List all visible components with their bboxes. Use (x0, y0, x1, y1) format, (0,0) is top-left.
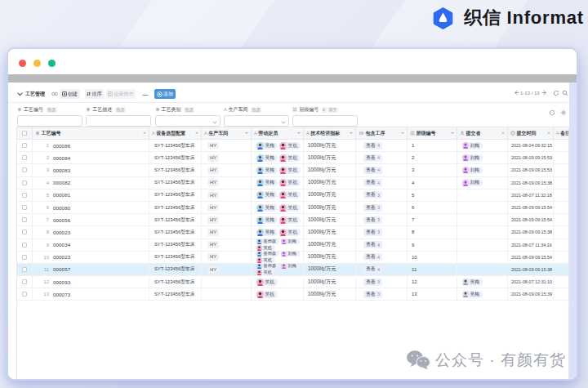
table-row[interactable]: 3000083SYT-123456型车床HY吴梅笑机1000吨/万元查看43刘梅… (17, 164, 568, 176)
add-record-button[interactable]: 添加 (154, 89, 176, 99)
row-checkbox[interactable] (22, 255, 27, 260)
row-number: 12 (35, 279, 49, 284)
user-avatar (256, 142, 264, 149)
cell-staff: 吴梅笑机 (252, 226, 304, 238)
table-row[interactable]: 2000084SYT-123456型车床HY吴梅笑机1000吨/万元查看42刘梅… (17, 152, 568, 164)
view-operations-button[interactable]: 查看4 (363, 167, 382, 174)
row-checkbox[interactable] (22, 267, 27, 272)
column-header-10[interactable]: A备注 (554, 127, 568, 139)
view-operations-button[interactable]: 查看4 (363, 179, 382, 186)
collapse-chevron-icon[interactable] (17, 92, 23, 96)
view-operations-button[interactable]: 查看4 (363, 253, 382, 261)
row-checkbox[interactable] (22, 243, 27, 248)
column-header-7[interactable]: 层级编号 (408, 127, 457, 139)
cell-level: 10 (408, 252, 457, 263)
share-link-icon[interactable] (51, 91, 58, 96)
zoom-window-button[interactable] (48, 60, 56, 67)
table-row[interactable]: 9000034SYT-123456型车床HY曾烨森刘梅笑机1000吨/万元查看4… (17, 239, 568, 252)
refresh-icon[interactable] (553, 90, 559, 96)
column-sort-caret-icon[interactable] (401, 132, 404, 134)
table-row[interactable]: 5000081SYT-123456型车床HY吴梅笑机1000吨/万元查看3520… (17, 190, 568, 202)
staff-user-pill: 吴梅 (256, 167, 278, 174)
table-row[interactable]: 11000057SYT-123456型车床HY曾烨森刘梅笑机1000吨/万元查看… (17, 264, 568, 276)
column-sort-caret-icon[interactable] (143, 132, 146, 134)
cell-operations: 查看4 (356, 239, 408, 251)
table-row[interactable]: 12000093SYT-123456型车床笑机1000吨/万元查看312吴梅20… (17, 276, 568, 288)
filter-settings-gear-icon[interactable] (560, 109, 567, 116)
view-operations-button[interactable]: 查看4 (363, 142, 382, 149)
column-header-6[interactable]: 包含工序 (356, 127, 408, 139)
filter-input[interactable] (292, 115, 358, 127)
view-operations-button[interactable]: 查看4 (363, 265, 382, 273)
column-header-3[interactable]: A生产车间 (202, 127, 252, 139)
view-operations-button[interactable]: 查看3 (363, 204, 382, 212)
create-button[interactable]: 创建 (60, 89, 80, 99)
filter-input[interactable] (17, 115, 82, 127)
row-number: 4 (35, 181, 49, 185)
column-sort-caret-icon[interactable] (350, 132, 353, 134)
staff-user-pill: 曾烨森 (256, 252, 279, 257)
column-sort-caret-icon[interactable] (297, 132, 301, 134)
row-number: 1 (35, 143, 49, 148)
view-operations-button[interactable]: 查看3 (363, 191, 382, 198)
user-avatar (256, 279, 264, 286)
view-operations-button[interactable]: 查看4 (363, 241, 382, 248)
column-sort-caret-icon[interactable] (547, 132, 550, 134)
next-page-icon[interactable] (541, 90, 547, 96)
view-operations-button[interactable]: 查看4 (363, 154, 382, 162)
select-all-checkbox[interactable] (22, 131, 27, 136)
row-checkbox[interactable] (22, 230, 27, 234)
table-row[interactable]: 6000080SYT-123456型车床HY吴梅笑机1000吨/万元查看3620… (17, 202, 568, 214)
cell-staff: 曾烨森刘梅笑机 (252, 239, 304, 251)
column-sort-caret-icon[interactable] (245, 132, 248, 134)
table-row[interactable]: 7000056SYT-123456型车床HY吴梅笑机1000吨/万元查看3720… (17, 214, 568, 226)
table-row[interactable]: 1000086SYT-123456型车床HY吴梅笑机1000吨/万元查看41刘梅… (17, 140, 568, 152)
filter-select[interactable] (224, 115, 289, 127)
view-operations-button[interactable]: 查看3 (363, 291, 382, 298)
table-row[interactable]: 4000082SYT-123456型车床HY吴梅笑机1000吨/万元查看44刘梅… (17, 177, 568, 190)
batch-actions-button[interactable]: 批量操作 (106, 89, 136, 99)
filter-input[interactable] (86, 115, 151, 127)
row-checkbox[interactable] (22, 167, 27, 172)
table-row[interactable]: 13000073SYT-123456型车床笑机1000吨/万元查看313吴梅20… (17, 288, 568, 301)
view-operations-button[interactable]: 查看3 (363, 216, 382, 224)
cell-device: SYT-123456型车床 (149, 190, 202, 201)
filter-refresh-icon[interactable] (549, 109, 555, 116)
close-window-button[interactable] (19, 60, 26, 67)
row-checkbox[interactable] (22, 155, 27, 160)
column-sort-caret-icon[interactable] (195, 132, 198, 134)
column-header-2[interactable]: A设备选型配置 (149, 127, 202, 139)
row-checkbox[interactable] (22, 217, 27, 222)
user-avatar (281, 239, 287, 245)
column-header-5[interactable]: A技术经济指标 (304, 127, 356, 139)
table-row[interactable]: 8000023SYT-123456型车床HY吴梅笑机1000吨/万元查看3820… (17, 226, 568, 239)
filter-select[interactable] (155, 115, 220, 127)
column-header-8[interactable]: 提交者 (457, 127, 508, 139)
row-checkbox-cell (17, 202, 33, 213)
table-row[interactable]: 10000023SYT-123456型车床HY曾烨森刘梅笑机1000吨/万元查看… (17, 252, 568, 264)
minimize-window-button[interactable] (33, 60, 41, 67)
cell-workshop: HY (202, 226, 252, 238)
row-checkbox[interactable] (22, 279, 27, 284)
submitter-pill: 刘梅 (462, 179, 483, 186)
row-checkbox-cell (17, 152, 33, 163)
row-checkbox[interactable] (22, 292, 27, 297)
search-icon[interactable] (562, 90, 568, 96)
row-checkbox[interactable] (22, 181, 27, 185)
page-scrollbar[interactable] (569, 83, 577, 379)
column-sort-caret-icon[interactable] (451, 132, 454, 134)
row-checkbox[interactable] (22, 143, 27, 148)
submitter-pill: 刘梅 (462, 167, 483, 174)
view-operations-button[interactable]: 查看3 (363, 229, 382, 236)
row-checkbox[interactable] (22, 205, 27, 210)
column-sort-caret-icon[interactable] (501, 132, 505, 134)
prev-page-icon[interactable] (514, 90, 519, 96)
row-checkbox[interactable] (22, 193, 27, 198)
column-header-4[interactable]: A劳动定员 (252, 127, 304, 139)
column-header-9[interactable]: 提交时间 (508, 127, 554, 139)
column-sort-caret-icon[interactable] (563, 132, 566, 134)
cell-staff: 吴梅笑机 (252, 152, 304, 163)
column-header-1[interactable]: 工艺编号 (33, 127, 149, 139)
view-operations-button[interactable]: 查看3 (363, 279, 382, 286)
sort-button[interactable]: 排序 (85, 89, 105, 99)
